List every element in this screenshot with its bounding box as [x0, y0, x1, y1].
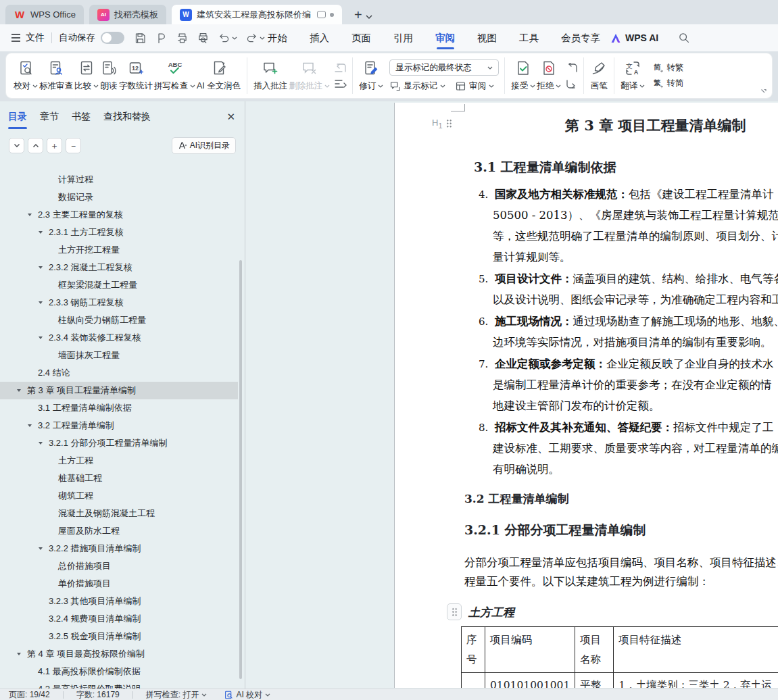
toc-item[interactable]: 3.2 工程量清单编制	[0, 417, 238, 434]
collapse-arrow-icon[interactable]	[39, 547, 43, 550]
toc-item[interactable]: 屋面及防水工程	[0, 522, 238, 540]
markup-state-dropdown[interactable]: 显示标记的最终状态	[389, 59, 499, 76]
print-button[interactable]	[176, 32, 189, 45]
compare-button[interactable]: 比较	[74, 56, 99, 95]
previous-comment-icon[interactable]	[335, 63, 347, 73]
menu-item-view[interactable]: 视图	[477, 24, 497, 51]
table-drag-handle[interactable]	[447, 603, 462, 620]
spell-check-indicator[interactable]: 拼写检查: 打开	[146, 689, 208, 700]
toc-item[interactable]: 总价措施项目	[0, 557, 238, 575]
print-preview-button[interactable]	[197, 32, 210, 45]
toc-item[interactable]: 计算过程	[0, 171, 238, 189]
toc-item[interactable]: 第 3 章 项目工程量清单编制	[0, 382, 238, 399]
new-tab-button[interactable]: +	[354, 8, 362, 22]
collapse-arrow-icon[interactable]	[28, 424, 32, 427]
toc-previous-button[interactable]	[28, 138, 43, 153]
tab-docer-templates[interactable]: AI 找稻壳模板	[89, 5, 166, 24]
accept-change-button[interactable]: 接受	[510, 56, 536, 95]
ai-proofread-button[interactable]: AI 校对	[224, 689, 270, 700]
pen-button[interactable]: 画笔	[589, 56, 608, 95]
reject-change-button[interactable]: 拒绝	[536, 56, 562, 95]
autosave-toggle[interactable]	[101, 32, 124, 44]
toc-item[interactable]: 3.2.4 规费项目清单编制	[0, 610, 238, 628]
toc-expand-button[interactable]: ＋	[47, 138, 62, 153]
toc-item[interactable]: 墙面抹灰工程量	[0, 347, 238, 364]
redo-button[interactable]	[245, 32, 265, 45]
toc-item[interactable]: 2.3.2 混凝土工程复核	[0, 259, 238, 276]
to-traditional-button[interactable]: 简 转繁	[652, 62, 683, 74]
menu-item-review[interactable]: 审阅	[435, 24, 455, 51]
collapse-arrow-icon[interactable]	[17, 653, 21, 655]
collapse-arrow-icon[interactable]	[39, 301, 43, 304]
menu-item-tools[interactable]: 工具	[519, 24, 539, 51]
export-pdf-button[interactable]	[155, 32, 168, 45]
toc-item[interactable]: 2.3 主要工程量的复核	[0, 206, 238, 224]
toc-item[interactable]: 3.2.5 税金项目清单编制	[0, 628, 238, 645]
drag-handle-icon[interactable]	[446, 119, 452, 128]
wps-ai-button[interactable]: WPS AI	[610, 24, 658, 51]
collapse-arrow-icon[interactable]	[39, 266, 43, 269]
collapse-arrow-icon[interactable]	[39, 442, 43, 445]
toc-item[interactable]: 3.2.3 其他项目清单编制	[0, 593, 238, 610]
toc-item[interactable]: 4.1 最高投标限价编制依据	[0, 663, 238, 680]
toc-item[interactable]: 桩基础工程	[0, 470, 238, 487]
toc-item[interactable]: 混凝土及钢筋混凝土工程	[0, 505, 238, 522]
next-comment-icon[interactable]	[335, 79, 347, 89]
toc-item[interactable]: 砌筑工程	[0, 487, 238, 505]
file-menu[interactable]: 文件	[0, 32, 45, 44]
tab-toc[interactable]: 目录	[8, 111, 27, 129]
toc-item[interactable]: 2.4 结论	[0, 364, 238, 382]
close-pane-icon[interactable]: ✕	[226, 111, 235, 123]
menu-item-home[interactable]: 开始	[268, 24, 287, 51]
tab-find-replace[interactable]: 查找和替换	[103, 111, 151, 129]
undo-button[interactable]	[218, 32, 237, 45]
toc-next-button[interactable]	[9, 138, 24, 153]
collapse-arrow-icon[interactable]	[17, 389, 21, 392]
toc-item[interactable]: 3.2.1 分部分项工程量清单编制	[0, 434, 238, 452]
track-changes-button[interactable]: 修订	[358, 56, 384, 95]
toc-item[interactable]: 柱纵向受力钢筋工程量	[0, 311, 238, 329]
tab-chapters[interactable]: 章节	[40, 111, 59, 129]
ai-polish-button[interactable]: AI 全文润色	[196, 56, 241, 95]
save-button[interactable]	[134, 32, 147, 45]
tab-bookmarks[interactable]: 书签	[72, 111, 91, 129]
page-indicator[interactable]: 页面: 19/42	[9, 689, 50, 700]
toc-item[interactable]: 3.1 工程量清单编制依据	[0, 399, 238, 417]
document-page[interactable]: H1 第 3 章 项目工程量清单编制 3.1 工程量清单编制依据 4.国家及地方…	[394, 103, 778, 688]
menu-item-page[interactable]: 页面	[351, 24, 371, 51]
fan-to-jian-button[interactable]: 繁 转简	[652, 78, 683, 89]
toc-item[interactable]: 4.2 最高投标限价取费说明	[0, 680, 238, 689]
search-icon[interactable]	[677, 31, 690, 44]
review-panel-button[interactable]: 审阅	[455, 80, 494, 92]
word-count-button[interactable]: 12 字数统计	[118, 56, 153, 95]
collapse-arrow-icon[interactable]	[28, 214, 32, 216]
toc-scrollbar[interactable]	[239, 260, 242, 679]
spell-check-button[interactable]: ABC 拼写检查	[153, 56, 196, 95]
toc-item[interactable]: 单价措施项目	[0, 575, 238, 593]
insert-comment-button[interactable]: 插入批注	[253, 56, 288, 95]
read-aloud-button[interactable]: 朗读	[99, 56, 118, 95]
toc-item[interactable]: 第 4 章 项目最高投标限价编制	[0, 645, 238, 663]
toc-item[interactable]: 2.3.3 钢筋工程复核	[0, 294, 238, 311]
toc-item[interactable]: 框架梁混凝土工程量	[0, 276, 238, 294]
tab-wps-office[interactable]: W WPS Office	[5, 5, 84, 24]
ai-recognize-toc-button[interactable]: AI识别目录	[172, 137, 236, 154]
toc-collapse-button[interactable]: －	[66, 138, 81, 153]
next-change-icon[interactable]	[566, 79, 578, 89]
toc-item[interactable]: 2.3.1 土方工程复核	[0, 224, 238, 241]
translate-button[interactable]: 文A 翻译	[620, 56, 646, 95]
previous-change-icon[interactable]	[566, 63, 578, 73]
toc-item[interactable]: 2.3.4 装饰装修工程复核	[0, 329, 238, 347]
collapse-arrow-icon[interactable]	[39, 336, 43, 339]
collapse-arrow-icon[interactable]	[39, 231, 43, 234]
tab-document[interactable]: W 建筑安装工程最高投标限价编	[172, 5, 342, 24]
menu-item-member[interactable]: 会员专享	[561, 24, 600, 51]
proofread-button[interactable]: 校对	[13, 56, 39, 95]
standard-review-button[interactable]: 标准审查	[39, 56, 74, 95]
toc-item[interactable]: 土方开挖工程量	[0, 241, 238, 259]
toc-item[interactable]: 土方工程	[0, 452, 238, 470]
toc-item[interactable]: 数据记录	[0, 189, 238, 206]
show-markup-button[interactable]: 显示标记	[389, 80, 445, 92]
tab-list-chevron[interactable]	[365, 14, 373, 20]
menu-item-insert[interactable]: 插入	[310, 24, 329, 51]
